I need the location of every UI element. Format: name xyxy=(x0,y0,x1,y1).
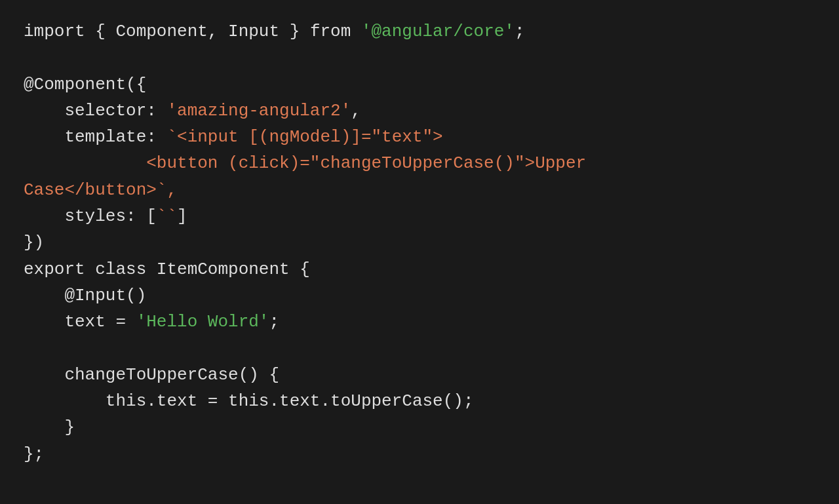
code-line: text = 'Hello Wolrd'; xyxy=(24,309,815,335)
code-segment: template: xyxy=(24,127,166,147)
code-segment: from xyxy=(310,22,351,41)
code-line xyxy=(24,336,815,362)
code-line: }; xyxy=(24,441,815,467)
code-segment: 'Hello Wolrd' xyxy=(136,312,269,332)
code-segment: ] xyxy=(177,206,187,226)
code-segment: text = xyxy=(24,312,136,332)
code-line: template: `<input [(ngModel)]="text"> xyxy=(24,124,815,150)
code-line: <button (click)="changeToUpperCase()">Up… xyxy=(24,150,815,176)
code-line: changeToUpperCase() { xyxy=(24,362,815,388)
code-segment xyxy=(351,22,361,41)
code-segment: }) xyxy=(24,233,44,252)
code-segment: , xyxy=(351,101,361,121)
code-segment: <button (click)="changeToUpperCase()">Up… xyxy=(24,153,586,173)
code-segment: @Component({ xyxy=(24,75,146,94)
code-segment: this.text = this.text.toUpperCase(); xyxy=(24,391,474,411)
code-segment: @Input() xyxy=(24,286,146,305)
code-line: @Input() xyxy=(24,282,815,309)
code-line xyxy=(24,45,815,71)
code-line: this.text = this.text.toUpperCase(); xyxy=(24,388,815,414)
code-segment: selector: xyxy=(24,101,166,121)
code-segment: 'amazing-angular2' xyxy=(166,101,351,121)
code-content: import { Component, Input } from '@angul… xyxy=(24,18,815,467)
code-line: import { Component, Input } from '@angul… xyxy=(24,18,815,45)
code-line: Case</button>`, xyxy=(24,177,815,203)
code-line: styles: [``] xyxy=(24,203,815,229)
code-segment: } xyxy=(24,417,75,437)
code-line: selector: 'amazing-angular2', xyxy=(24,98,815,124)
code-segment: export class ItemComponent { xyxy=(24,260,310,279)
code-segment: Case</button>`, xyxy=(24,180,177,200)
code-segment: ; xyxy=(269,312,279,332)
code-segment: `` xyxy=(157,206,177,226)
code-line: export class ItemComponent { xyxy=(24,256,815,282)
code-line: }) xyxy=(24,229,815,256)
code-segment: import { Component, Input } xyxy=(24,22,310,41)
code-segment: }; xyxy=(24,444,44,464)
code-segment: `<input [(ngModel)]="text"> xyxy=(166,127,442,147)
code-segment: styles: [ xyxy=(24,206,157,226)
code-segment: changeToUpperCase() { xyxy=(24,365,279,385)
code-segment: ; xyxy=(515,22,525,41)
code-line: } xyxy=(24,414,815,440)
code-line: @Component({ xyxy=(24,71,815,98)
code-editor: import { Component, Input } from '@angul… xyxy=(0,0,839,504)
code-segment: '@angular/core' xyxy=(361,22,515,41)
